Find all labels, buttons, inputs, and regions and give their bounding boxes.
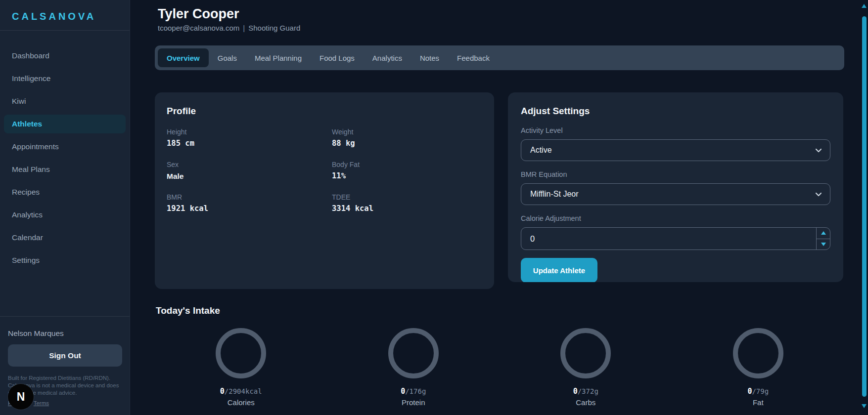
todays-intake-title: Today's Intake [156,305,846,317]
field-value: 1921 kcal [167,204,317,213]
nextjs-dev-badge[interactable]: N [8,384,34,410]
ring-target: /2904kcal [225,387,262,395]
ring-label: Carbs [576,398,595,407]
field-label: Body Fat [332,161,482,169]
ring-value: 0/2904kcal [220,387,262,396]
adjust-settings-card: Adjust Settings Activity Level Active BM… [508,92,843,282]
field-label: TDEE [332,193,482,202]
number-spinner [816,228,830,249]
spinner-up-button[interactable] [817,228,830,239]
intake-ring-carbs: 0/372g Carbs [500,328,672,407]
ring-value: 0/79g [747,387,769,396]
sidebar-item-calendar[interactable]: Calendar [4,228,126,247]
field-label: Sex [167,161,317,169]
ring-value: 0/176g [401,387,426,396]
profile-card: Profile Height 185 cm Weight 88 kg Sex M… [155,92,494,289]
field-value: Male [167,171,317,181]
tab-notes[interactable]: Notes [411,48,448,67]
ring-label: Protein [402,398,425,407]
tab-food-logs[interactable]: Food Logs [311,48,364,67]
sidebar-item-recipes[interactable]: Recipes [4,183,126,202]
scrollbar-thumb[interactable] [862,16,867,397]
progress-ring [216,328,266,378]
field-value: 11% [332,171,482,181]
logged-in-user-name: Nelson Marques [8,329,122,338]
sidebar-item-appointments[interactable]: Appointments [4,137,126,156]
sidebar-item-intelligence[interactable]: Intelligence [4,69,126,88]
activity-level-value: Active [530,146,552,155]
activity-level-label: Activity Level [521,126,830,135]
progress-ring [560,328,611,378]
activity-level-select[interactable]: Active [521,139,830,161]
tab-goals[interactable]: Goals [209,48,246,67]
field-value: 3314 kcal [332,204,482,213]
ring-target: /176g [405,387,426,395]
sidebar-item-dashboard[interactable]: Dashboard [4,46,126,65]
field-label: BMR [167,193,317,202]
scrollbar-up-arrow[interactable] [862,4,867,8]
tab-feedback[interactable]: Feedback [448,48,499,67]
sidebar-nav: Dashboard Intelligence Kiwi Athletes App… [0,31,130,270]
subtitle-separator: | [243,24,245,32]
ring-target: /372g [578,387,598,395]
profile-field-tdee: TDEE 3314 kcal [332,193,482,213]
chevron-down-icon [815,148,822,153]
tab-bar: Overview Goals Meal Planning Food Logs A… [155,45,844,70]
terms-link[interactable]: Terms [34,400,49,406]
sidebar-item-athletes[interactable]: Athletes [4,115,126,133]
cards-row: Profile Height 185 cm Weight 88 kg Sex M… [155,92,846,289]
field-value: 185 cm [167,139,317,148]
athlete-email: tcooper@calsanova.com [158,24,239,32]
ring-label: Fat [753,398,764,407]
bmr-equation-select[interactable]: Mifflin-St Jeor [521,183,830,205]
ring-current: 0 [220,387,225,396]
triangle-down-icon [821,243,826,246]
sidebar-item-kiwi[interactable]: Kiwi [4,92,126,111]
field-value: 88 kg [332,139,482,148]
athlete-role: Shooting Guard [248,24,300,32]
spinner-down-button[interactable] [817,239,830,250]
adjust-settings-title: Adjust Settings [521,105,830,117]
intake-ring-fat: 0/79g Fat [672,328,845,407]
intake-ring-protein: 0/176g Protein [327,328,500,407]
tab-meal-planning[interactable]: Meal Planning [246,48,311,67]
bmr-equation-value: Mifflin-St Jeor [530,190,579,199]
sidebar-footer: Nelson Marques Sign Out Built for Regist… [0,316,130,415]
progress-ring [388,328,439,378]
ring-label: Calories [228,398,255,407]
scrollbar-down-arrow[interactable] [862,404,867,408]
main-content: Tyler Cooper tcooper@calsanova.com|Shoot… [130,0,868,415]
sidebar: CALSANOVA Dashboard Intelligence Kiwi At… [0,0,130,415]
tab-overview[interactable]: Overview [158,48,209,67]
profile-card-title: Profile [167,105,482,117]
update-athlete-button[interactable]: Update Athlete [521,258,597,282]
ring-value: 0/372g [573,387,598,396]
brand-logo: CALSANOVA [0,0,130,30]
calorie-adjustment-input[interactable]: 0 [521,227,830,250]
athlete-subtitle: tcooper@calsanova.com|Shooting Guard [158,24,846,32]
profile-field-sex: Sex Male [167,161,317,181]
intake-ring-calories: 0/2904kcal Calories [155,328,327,407]
sidebar-item-meal-plans[interactable]: Meal Plans [4,160,126,179]
profile-field-body-fat: Body Fat 11% [332,161,482,181]
sidebar-item-settings[interactable]: Settings [4,251,126,270]
intake-rings: 0/2904kcal Calories 0/176g Protein 0/372… [155,328,844,407]
ring-current: 0 [401,387,405,396]
progress-ring [733,328,783,378]
triangle-up-icon [821,231,826,235]
profile-field-bmr: BMR 1921 kcal [167,193,317,213]
sign-out-button[interactable]: Sign Out [8,344,122,367]
field-label: Weight [332,128,482,136]
profile-fields: Height 185 cm Weight 88 kg Sex Male Body… [167,128,482,226]
sidebar-item-analytics[interactable]: Analytics [4,206,126,224]
ring-target: /79g [752,387,769,395]
athlete-name-title: Tyler Cooper [158,6,846,22]
profile-field-height: Height 185 cm [167,128,317,148]
bmr-equation-label: BMR Equation [521,170,830,179]
chevron-down-icon [815,192,822,197]
field-label: Height [167,128,317,136]
profile-field-weight: Weight 88 kg [332,128,482,148]
calorie-adjustment-label: Calorie Adjustment [521,214,830,223]
tab-analytics[interactable]: Analytics [364,48,411,67]
ring-current: 0 [573,387,578,396]
